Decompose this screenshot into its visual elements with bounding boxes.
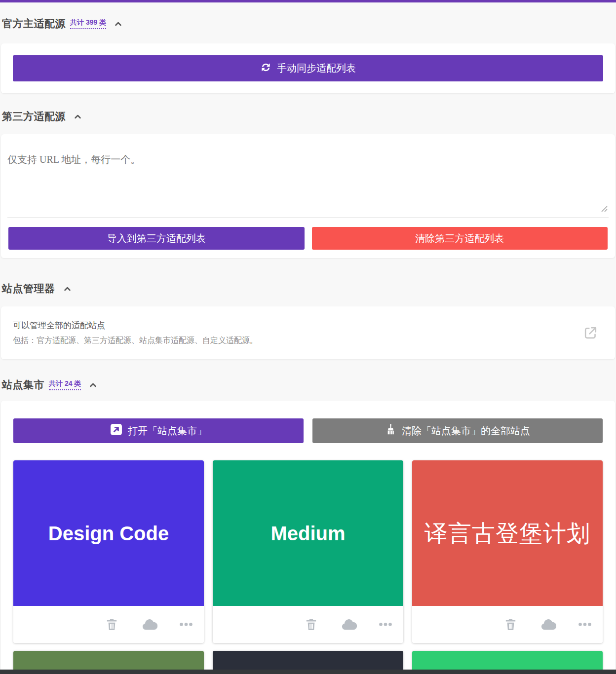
manual-sync-button[interactable]: 手动同步适配列表 [13, 55, 603, 81]
third-party-button-row: 导入到第三方适配列表 清除第三方适配列表 [8, 227, 608, 250]
section-header-third-party: 第三方适配源 [2, 110, 616, 123]
delete-icon[interactable] [503, 617, 518, 632]
delete-icon[interactable] [105, 617, 119, 632]
import-third-party-button-label: 导入到第三方适配列表 [107, 232, 206, 245]
section-header-site-manager: 站点管理器 [2, 282, 616, 296]
section-header-site-market: 站点集市 共计 24 类 [2, 378, 616, 392]
site-card-footer [13, 606, 204, 643]
site-market-count-badge: 共计 24 类 [49, 379, 81, 390]
cloud-icon[interactable] [539, 617, 556, 632]
site-card-footer [213, 606, 403, 643]
site-card-cover[interactable]: 译言古登堡计划 [412, 460, 603, 606]
site-manager-line1: 可以管理全部的适配站点 [13, 320, 583, 331]
official-count-badge: 共计 399 类 [70, 18, 106, 29]
clear-third-party-button[interactable]: 清除第三方适配列表 [312, 227, 608, 250]
url-textarea-wrap [7, 143, 609, 218]
import-third-party-button[interactable]: 导入到第三方适配列表 [8, 227, 305, 250]
manual-sync-button-label: 手动同步适配列表 [277, 62, 356, 75]
clear-third-party-button-label: 清除第三方适配列表 [415, 232, 504, 245]
clear-site-market-button-label: 清除「站点集市」的全部站点 [402, 424, 530, 438]
more-icon[interactable] [578, 622, 592, 627]
section-title-official: 官方主适配源 [2, 17, 66, 31]
collapse-icon[interactable] [89, 381, 97, 389]
delete-icon[interactable] [304, 617, 318, 632]
site-card: 译言古登堡计划 [412, 460, 603, 643]
site-card-title: Medium [270, 523, 345, 544]
site-manager-panel: 可以管理全部的适配站点 包括：官方适配源、第三方适配源、站点集市适配源、自定义适… [1, 306, 615, 359]
site-card: Medium [213, 460, 403, 643]
collapse-icon[interactable] [74, 112, 82, 121]
site-card-footer [412, 606, 603, 643]
site-card-grid: Design Code Medium [13, 460, 603, 674]
third-party-panel: 导入到第三方适配列表 清除第三方适配列表 [1, 134, 615, 258]
official-panel: 手动同步适配列表 [1, 43, 615, 93]
site-card-cover[interactable]: Design Code [13, 460, 204, 606]
section-title-third-party: 第三方适配源 [2, 110, 66, 123]
more-icon[interactable] [179, 622, 193, 627]
site-manager-line2: 包括：官方适配源、第三方适配源、站点集市适配源、自定义适配源。 [13, 336, 583, 346]
resize-handle-icon[interactable] [601, 205, 608, 214]
sync-icon [260, 62, 271, 75]
collapse-icon[interactable] [63, 285, 72, 293]
top-accent-bar [0, 0, 616, 2]
external-link-icon[interactable] [583, 325, 598, 340]
collapse-icon[interactable] [114, 20, 122, 28]
open-external-icon [110, 423, 122, 438]
site-card-title: 译言古登堡计划 [424, 521, 590, 546]
site-market-panel: 打开「站点集市」 清除「站点集市」的全部站点 Design Code Mediu [1, 401, 615, 674]
section-title-site-market: 站点集市 [2, 378, 44, 392]
cloud-icon[interactable] [340, 617, 357, 632]
clean-icon [385, 424, 396, 438]
open-site-market-button[interactable]: 打开「站点集市」 [13, 418, 304, 443]
site-card-cover[interactable]: Medium [213, 460, 403, 606]
site-card: Design Code [13, 460, 204, 643]
more-icon[interactable] [379, 622, 392, 627]
clear-site-market-button[interactable]: 清除「站点集市」的全部站点 [312, 418, 603, 443]
site-manager-description: 可以管理全部的适配站点 包括：官方适配源、第三方适配源、站点集市适配源、自定义适… [13, 320, 583, 346]
section-header-official: 官方主适配源 共计 399 类 [2, 17, 616, 31]
section-title-site-manager: 站点管理器 [2, 282, 55, 296]
url-list-textarea[interactable] [7, 143, 609, 217]
bottom-bar [0, 670, 616, 674]
open-site-market-button-label: 打开「站点集市」 [128, 424, 207, 438]
site-card-title: Design Code [48, 523, 169, 544]
cloud-icon[interactable] [141, 617, 157, 632]
site-market-button-row: 打开「站点集市」 清除「站点集市」的全部站点 [13, 418, 603, 443]
